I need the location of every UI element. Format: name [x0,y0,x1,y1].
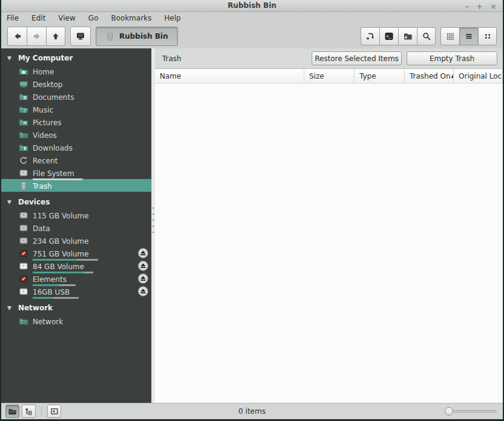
column-label: Name [160,72,181,80]
menu-bookmarks[interactable]: Bookmarks [111,14,151,22]
sidebar-item-downloads[interactable]: Downloads [1,141,151,154]
recent-icon [19,155,28,165]
current-location-button[interactable]: Rubbish Bin [96,27,178,46]
drive-icon [19,223,28,233]
sidebar-item-label: Home [33,68,54,76]
column-headers: NameSizeTypeTrashed On▲Original Loca [155,69,503,83]
minimize-icon[interactable]: – [465,2,470,10]
sidebar-item-documents[interactable]: Documents [1,90,151,103]
sidebar-item-label: Music [33,106,53,114]
sidebar-item-pictures[interactable]: Pictures [1,116,151,128]
statusbar-separator [41,406,42,416]
sidebar-item-music[interactable]: ♪Music [1,103,151,116]
disk-usage-fill [33,297,53,299]
expander-icon: ▼ [7,305,11,311]
terminal-icon: >_ [384,31,394,41]
file-list-area[interactable] [155,83,503,403]
sidebar-item-label: Pictures [33,119,62,127]
eject-button[interactable] [138,248,148,258]
drive-icon [19,236,28,246]
eject-button[interactable] [138,273,148,284]
menu-edit[interactable]: Edit [31,14,45,22]
hide-panel-button[interactable] [47,405,61,418]
sidebar-section-devices[interactable]: ▼Devices [1,195,151,209]
eject-button[interactable] [138,286,148,296]
tree-pane-icon [24,407,33,416]
sidebar-item-recent[interactable]: Recent [1,154,151,166]
desktop-icon [19,79,28,89]
list-view-icon [464,31,474,41]
column-header-trashed-on[interactable]: Trashed On▲ [405,69,454,83]
sidebar-item-home[interactable]: Home [1,65,151,77]
restore-selected-items-button[interactable]: Restore Selected Items [312,51,402,65]
sidebar-item-84-gb-volume[interactable]: 84 GB Volume [1,259,151,272]
column-label: Original Loca [459,72,503,80]
open-terminal-button[interactable]: >_ [379,27,398,45]
sidebar-item-data[interactable]: Data [1,221,151,234]
list-view-button[interactable] [459,27,478,45]
hide-panel-icon [50,407,59,416]
computer-button[interactable] [70,27,91,46]
shortcuts-pane-button[interactable] [5,405,19,418]
zoom-slider[interactable] [445,407,497,416]
toolbar-right: >_ [361,27,497,45]
column-label: Type [359,72,376,80]
sidebar-item-labelwrap: 84 GB Volume [33,260,84,272]
sidebar-item-trash[interactable]: Trash [1,179,151,192]
empty-trash-button[interactable]: Empty Trash [407,51,497,65]
sidebar-item-labelwrap: Network [33,315,63,327]
column-label: Trashed On [410,72,451,80]
zoom-slider-knob[interactable] [445,407,453,416]
expander-icon: ▼ [7,199,11,205]
column-header-original-loca[interactable]: Original Loca [454,69,503,83]
action-button-group: >_ [361,27,436,45]
compact-view-button[interactable] [478,27,497,45]
menu-file[interactable]: File [7,14,19,22]
menu-view[interactable]: View [58,14,75,22]
current-location-label: Rubbish Bin [119,32,168,41]
sidebar-item-labelwrap: Recent [33,154,57,166]
sidebar-item-labelwrap: Desktop [33,78,63,90]
sidebar-section-network[interactable]: ▼Network [1,301,151,315]
icon-view-button[interactable] [440,27,459,45]
sidebar-item-network[interactable]: Network [1,315,151,327]
eject-icon [140,250,146,256]
menu-go[interactable]: Go [88,14,99,22]
column-label: Size [309,72,324,80]
sidebar-item-file-system[interactable]: File System [1,166,151,179]
new-folder-button[interactable] [398,27,417,45]
pane-splitter[interactable] [151,48,155,403]
maximize-icon[interactable]: + [476,2,483,10]
drive-light-icon [19,261,28,271]
forward-button[interactable] [27,27,46,46]
hide-panel-slot [47,405,64,418]
search-button[interactable] [417,27,436,45]
eject-icon [140,263,146,269]
open-location-button[interactable] [361,27,379,45]
column-header-name[interactable]: Name [155,69,304,83]
sidebar-item-label: Documents [33,93,74,102]
back-button[interactable] [7,27,27,46]
close-icon[interactable]: × [490,2,497,10]
sidebar-item-videos[interactable]: Videos [1,128,151,141]
column-header-type[interactable]: Type [355,69,405,83]
menu-help[interactable]: Help [165,14,181,22]
eject-button[interactable] [138,261,148,271]
titlebar[interactable]: Rubbish Bin – + × [1,0,503,12]
window-title: Rubbish Bin [1,1,503,10]
sidebar-item-label: Downloads [33,144,73,152]
up-button[interactable] [46,27,65,46]
sidebar-item-desktop[interactable]: Desktop [1,77,151,90]
splitter-grip-icon [152,207,154,235]
videos-folder-icon [19,130,28,140]
sidebar-item-751-gb-volume[interactable]: 751 GB Volume [1,247,151,259]
sidebar-item-234-gb-volume[interactable]: 234 GB Volume [1,234,151,247]
sidebar-item-16gb-usb[interactable]: 16GB USB [1,285,151,298]
sidebar-item-115-gb-volume[interactable]: 115 GB Volume [1,209,151,221]
view-button-group [440,27,497,45]
tree-pane-button[interactable] [22,405,36,418]
column-header-size[interactable]: Size [304,69,355,83]
sidebar-item-labelwrap: Home [33,65,54,77]
sidebar-item-elements[interactable]: Elements [1,272,151,285]
sidebar-section-my-computer[interactable]: ▼My Computer [1,51,151,65]
